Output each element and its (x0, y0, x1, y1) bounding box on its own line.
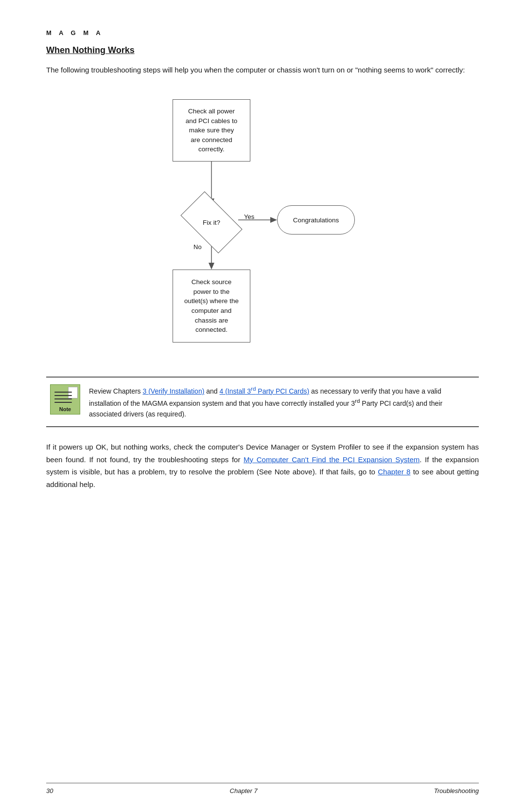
footer-section: Troubleshooting (434, 787, 479, 794)
section-title: When Nothing Works (46, 45, 479, 55)
note-link2[interactable]: 4 (Install 3rd Party PCI Cards) (219, 387, 309, 395)
body-link1[interactable]: My Computer Can't Find the PCI Expansion… (244, 455, 420, 464)
page-footer: 30 Chapter 7 Troubleshooting (46, 783, 479, 794)
flowchart-box2-text: Check sourcepower to theoutlet(s) where … (184, 277, 239, 334)
footer-page-number: 30 (46, 787, 53, 794)
svg-marker-3 (209, 263, 214, 270)
note-label: Note (59, 406, 71, 412)
flowchart-container: Check all powerand PCI cables tomake sur… (46, 90, 479, 362)
note-icon: Note (50, 384, 80, 415)
page: M A G M A When Nothing Works The followi… (0, 0, 525, 812)
flowchart-box2: Check sourcepower to theoutlet(s) where … (173, 270, 250, 343)
footer-chapter: Chapter 7 (230, 787, 258, 794)
note-link1[interactable]: 3 (Verify Installation) (143, 387, 205, 395)
note-text-mid1: and (204, 387, 219, 395)
note-text-content: Review Chapters 3 (Verify Installation) … (89, 384, 479, 419)
flowchart: Check all powerand PCI cables tomake sur… (122, 90, 403, 362)
body-paragraph: If it powers up OK, but nothing works, c… (46, 441, 479, 490)
body-link2[interactable]: Chapter 8 (378, 468, 410, 476)
flowchart-yes-label: Yes (244, 213, 254, 220)
flowchart-diamond (180, 191, 242, 253)
flowchart-arrows (122, 90, 403, 362)
note-line-4 (54, 402, 72, 403)
note-section: Note Review Chapters 3 (Verify Installat… (46, 377, 479, 427)
note-icon-lines (54, 392, 72, 405)
flowchart-oval-text: Congratulations (293, 217, 339, 224)
flowchart-diamond-wrap: Fix it? (185, 205, 238, 239)
brand-label: M A G M A (46, 29, 479, 36)
note-text-before: Review Chapters (89, 387, 143, 395)
intro-text: The following troubleshooting steps will… (46, 64, 479, 76)
flowchart-box1-text: Check all powerand PCI cables tomake sur… (186, 107, 238, 154)
note-line-3 (54, 398, 72, 399)
svg-marker-5 (270, 217, 277, 223)
flowchart-oval: Congratulations (277, 205, 355, 235)
note-line-2 (54, 395, 72, 396)
flowchart-box1: Check all powerand PCI cables tomake sur… (173, 99, 250, 162)
flowchart-no-label: No (193, 243, 202, 251)
note-line-1 (54, 392, 72, 393)
